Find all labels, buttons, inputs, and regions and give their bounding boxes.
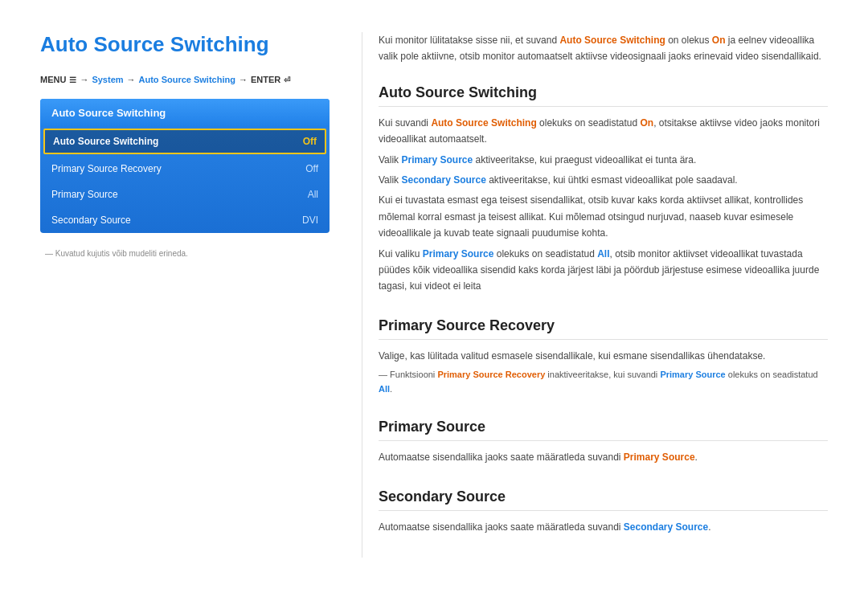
section-title-secondary-source: Secondary Source bbox=[379, 488, 828, 511]
section-primary-source: Primary Source Automaatse sisendallika j… bbox=[379, 419, 828, 465]
enter-label: ENTER bbox=[251, 75, 280, 84]
footnote: Kuvatud kujutis võib mudeliti erineda. bbox=[40, 249, 330, 258]
arrow1: → bbox=[80, 75, 88, 84]
section-title-primary-source: Primary Source bbox=[379, 419, 828, 441]
section-primary-recovery: Primary Source Recovery Valige, kas lüli… bbox=[379, 317, 828, 397]
menu-box-title: Auto Source Switching bbox=[40, 99, 330, 127]
menu-path: MENU ☰ → System → Auto Source Switching … bbox=[40, 75, 330, 84]
menu-item-secondary-source-label: Secondary Source bbox=[51, 215, 131, 226]
highlight-primary-note: Primary Source bbox=[660, 370, 725, 379]
menu-item-primary-recovery-value: Off bbox=[305, 163, 318, 174]
enter-icon: ⏎ bbox=[284, 76, 290, 84]
menu-item-primary-source[interactable]: Primary Source All bbox=[40, 182, 330, 207]
highlight-secondary-source-text: Secondary Source bbox=[624, 521, 708, 533]
highlight-all: All bbox=[597, 248, 609, 260]
intro-text: Kui monitor lülitatakse sisse nii, et su… bbox=[379, 32, 828, 65]
system-link: System bbox=[92, 75, 123, 84]
menu-item-primary-recovery-label: Primary Source Recovery bbox=[51, 163, 162, 174]
menu-item-primary-source-label: Primary Source bbox=[51, 189, 118, 200]
section-auto-source: Auto Source Switching Kui suvandi Auto S… bbox=[379, 84, 828, 295]
highlight-auto-sw: Auto Source Switching bbox=[431, 117, 536, 129]
section-recovery-p1: Valige, kas lülitada valitud esmasele si… bbox=[379, 348, 828, 364]
highlight-primary: Primary Source bbox=[401, 154, 473, 166]
page-title: Auto Source Switching bbox=[40, 32, 330, 57]
section-auto-p4: Kui ei tuvastata esmast ega teisest sise… bbox=[379, 192, 828, 241]
menu-icon: ☰ bbox=[69, 76, 76, 84]
section-title-primary-recovery: Primary Source Recovery bbox=[379, 317, 828, 340]
menu-item-auto-source-value: Off bbox=[303, 136, 317, 147]
section-auto-p1: Kui suvandi Auto Source Switching olekuk… bbox=[379, 115, 828, 148]
highlight-recovery-note: Primary Source Recovery bbox=[437, 370, 545, 379]
menu-item-auto-source[interactable]: Auto Source Switching Off bbox=[43, 129, 326, 154]
right-panel: Kui monitor lülitatakse sisse nii, et su… bbox=[362, 32, 828, 558]
section-auto-p2: Valik Primary Source aktiveeritakse, kui… bbox=[379, 152, 828, 168]
menu-item-primary-source-value: All bbox=[308, 189, 318, 200]
arrow2: → bbox=[127, 75, 136, 84]
highlight-primary2: Primary Source bbox=[423, 248, 494, 260]
menu-item-secondary-source[interactable]: Secondary Source DVI bbox=[40, 207, 330, 233]
section-secondary-source: Secondary Source Automaatse sisendallika… bbox=[379, 488, 828, 535]
section-auto-p5: Kui valiku Primary Source olekuks on sea… bbox=[379, 246, 828, 295]
menu-box: Auto Source Switching Auto Source Switch… bbox=[40, 99, 330, 233]
highlight-on: On bbox=[640, 117, 653, 129]
highlight-all-note: All bbox=[379, 384, 390, 394]
left-panel: Auto Source Switching MENU ☰ → System → … bbox=[40, 32, 330, 558]
menu-item-secondary-source-value: DVI bbox=[302, 215, 318, 226]
intro-highlight-1: Auto Source Switching bbox=[559, 35, 665, 46]
menu-item-auto-source-label: Auto Source Switching bbox=[53, 136, 158, 147]
highlight-secondary: Secondary Source bbox=[401, 174, 485, 186]
intro-highlight-on: On bbox=[712, 35, 726, 46]
auto-source-link: Auto Source Switching bbox=[139, 75, 235, 84]
arrow3: → bbox=[239, 75, 248, 84]
section-secondary-p1: Automaatse sisendallika jaoks saate määr… bbox=[379, 519, 828, 535]
section-title-auto-source: Auto Source Switching bbox=[379, 84, 828, 107]
section-recovery-note: Funktsiooni Primary Source Recovery inak… bbox=[379, 368, 828, 396]
menu-item-primary-recovery[interactable]: Primary Source Recovery Off bbox=[40, 156, 330, 182]
highlight-primary-source-text: Primary Source bbox=[624, 452, 695, 463]
section-primary-p1: Automaatse sisendallika jaoks saate määr… bbox=[379, 449, 828, 465]
section-auto-p3: Valik Secondary Source aktiveeritakse, k… bbox=[379, 172, 828, 188]
menu-label: MENU bbox=[40, 75, 66, 84]
